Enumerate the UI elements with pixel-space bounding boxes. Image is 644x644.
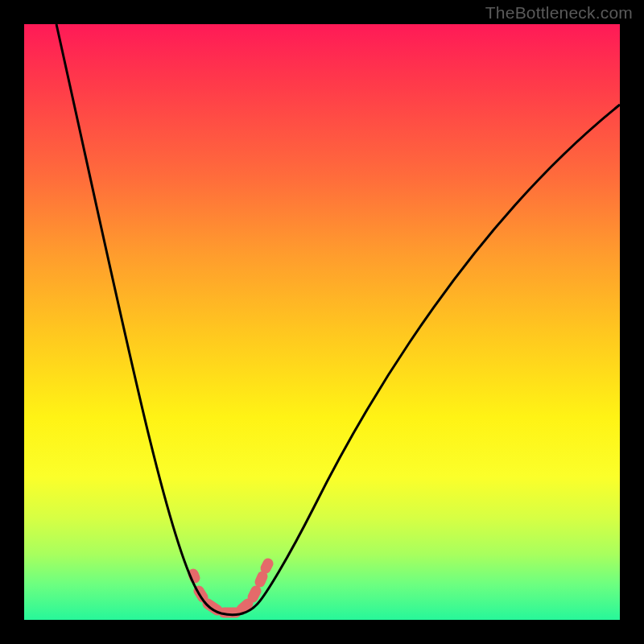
dot-seg xyxy=(242,604,248,609)
dot-seg xyxy=(193,574,195,578)
curve-layer xyxy=(24,24,620,620)
dot-seg xyxy=(260,576,262,582)
plot-area xyxy=(24,24,620,620)
dot-seg xyxy=(253,591,256,597)
watermark-text: TheBottleneck.com xyxy=(485,3,633,23)
chart-frame: TheBottleneck.com xyxy=(0,0,644,644)
bottleneck-curve xyxy=(56,24,620,615)
dot-seg xyxy=(266,564,268,568)
